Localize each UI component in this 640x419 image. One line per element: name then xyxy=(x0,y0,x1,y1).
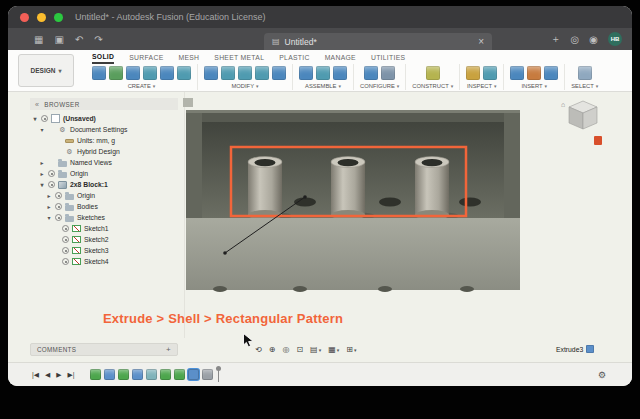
viewport-3d-model[interactable] xyxy=(178,98,528,298)
create-sketch-icon[interactable] xyxy=(109,66,123,80)
tree-caret-icon[interactable]: ▾ xyxy=(39,126,45,133)
tree-item[interactable]: ▸Bodies xyxy=(30,201,182,212)
revolve-icon[interactable] xyxy=(143,66,157,80)
fit-icon[interactable]: ⊡ xyxy=(296,345,303,354)
orbit-icon[interactable]: ⟲ xyxy=(255,345,262,354)
document-tab[interactable]: ▤ Untitled* × xyxy=(264,33,492,50)
go-to-end-icon[interactable]: ▶| xyxy=(67,371,74,379)
joint-icon[interactable] xyxy=(316,66,330,80)
offset-face-icon[interactable] xyxy=(272,66,286,80)
tree-item[interactable]: Sketch3 xyxy=(30,245,182,256)
visibility-eye-icon[interactable] xyxy=(62,247,69,254)
rigid-group-icon[interactable] xyxy=(333,66,347,80)
select-icon[interactable] xyxy=(578,66,592,80)
visibility-eye-icon[interactable] xyxy=(55,192,62,199)
timeline-feature-sketch-icon[interactable] xyxy=(90,369,101,380)
tree-caret-icon[interactable]: ▸ xyxy=(46,203,52,210)
tree-item[interactable]: Sketch4 xyxy=(30,256,182,267)
tree-caret-icon[interactable]: ▾ xyxy=(39,181,45,188)
extrude-icon[interactable] xyxy=(126,66,140,80)
visibility-eye-icon[interactable] xyxy=(55,214,62,221)
combine-icon[interactable] xyxy=(255,66,269,80)
insert-mesh-icon[interactable] xyxy=(544,66,558,80)
tree-caret-icon[interactable]: ▸ xyxy=(46,192,52,199)
chevron-down-icon[interactable]: ▾ xyxy=(451,83,454,89)
tree-item[interactable]: ▸Origin xyxy=(30,190,182,201)
tree-item[interactable]: Sketch1 xyxy=(30,223,182,234)
chevron-down-icon[interactable]: ▾ xyxy=(545,83,548,89)
tab-utilities[interactable]: UTILITIES xyxy=(371,51,405,64)
measure-icon[interactable] xyxy=(466,66,480,80)
timeline-marker[interactable] xyxy=(218,367,219,382)
job-status-icon[interactable]: ◎ xyxy=(571,34,580,45)
redo-icon[interactable]: ↷ xyxy=(94,34,102,45)
close-tab-icon[interactable]: × xyxy=(478,37,484,47)
visibility-eye-icon[interactable] xyxy=(41,115,48,122)
construction-plane-icon[interactable] xyxy=(426,66,440,80)
notifications-icon[interactable]: ◉ xyxy=(589,34,598,45)
pan-icon[interactable]: ⊕ xyxy=(269,345,276,354)
chevron-down-icon[interactable]: ▾ xyxy=(494,83,497,89)
new-tab-button[interactable]: ＋ xyxy=(551,32,561,46)
extrude-feature-icon[interactable] xyxy=(586,345,594,353)
tab-solid[interactable]: SOLID xyxy=(92,51,114,64)
zoom-window-button[interactable] xyxy=(54,13,63,22)
tab-surface[interactable]: SURFACE xyxy=(129,51,163,64)
press-pull-icon[interactable] xyxy=(204,66,218,80)
chevron-down-icon[interactable]: ▾ xyxy=(338,83,341,89)
collapse-browser-icon[interactable]: « xyxy=(35,101,39,108)
decal-icon[interactable] xyxy=(527,66,541,80)
tree-item[interactable]: Sketch2 xyxy=(30,234,182,245)
undo-icon[interactable]: ↶ xyxy=(75,34,83,45)
chevron-down-icon[interactable]: ▾ xyxy=(397,83,400,89)
fillet-icon[interactable] xyxy=(221,66,235,80)
block-lower-face[interactable] xyxy=(186,218,520,290)
tree-caret-icon[interactable]: ▸ xyxy=(39,170,45,177)
grid-and-snaps-icon[interactable]: ▦▾ xyxy=(328,345,339,354)
timeline-feature-pattern-icon[interactable] xyxy=(202,369,213,380)
view-cube[interactable]: ⌂ xyxy=(560,98,606,150)
tree-item[interactable]: ⚙Hybrid Design xyxy=(30,146,182,157)
visibility-eye-icon[interactable] xyxy=(62,236,69,243)
visibility-eye-icon[interactable] xyxy=(62,225,69,232)
play-icon[interactable]: ▶ xyxy=(56,371,61,379)
section-analysis-icon[interactable] xyxy=(483,66,497,80)
insert-derive-icon[interactable] xyxy=(510,66,524,80)
tree-item[interactable]: ▾⚙Document Settings xyxy=(30,124,182,135)
floor-hole[interactable] xyxy=(379,198,401,207)
tree-item[interactable]: ▾(Unsaved) xyxy=(30,113,182,124)
floor-hole[interactable] xyxy=(459,198,481,207)
step-back-icon[interactable]: ◀ xyxy=(45,371,50,379)
new-component-icon[interactable] xyxy=(92,66,106,80)
new-component-icon[interactable] xyxy=(299,66,313,80)
timeline-feature-sketch-icon[interactable] xyxy=(174,369,185,380)
visibility-eye-icon[interactable] xyxy=(48,181,55,188)
tree-item[interactable]: ▸Named Views xyxy=(30,157,182,168)
notification-badge[interactable] xyxy=(594,136,602,145)
timeline-feature-extrude-icon[interactable] xyxy=(188,369,199,380)
timeline-feature-sketch-icon[interactable] xyxy=(118,369,129,380)
comments-bar[interactable]: COMMENTS + xyxy=(30,343,178,356)
tree-item[interactable]: ▾2x8 Block:1 xyxy=(30,179,182,190)
tree-item[interactable]: Units: mm, g xyxy=(30,135,182,146)
minimize-window-button[interactable] xyxy=(37,13,46,22)
timeline-settings-gear-icon[interactable]: ⚙ xyxy=(598,370,606,380)
visibility-eye-icon[interactable] xyxy=(55,203,62,210)
workspace-selector[interactable]: DESIGN ▾ xyxy=(18,54,74,87)
tree-item[interactable]: ▸Origin xyxy=(30,168,182,179)
timeline-feature-extrude-icon[interactable] xyxy=(132,369,143,380)
zoom-icon[interactable]: ◎ xyxy=(282,345,289,354)
go-to-start-icon[interactable]: |◀ xyxy=(32,371,39,379)
add-comment-icon[interactable]: + xyxy=(166,345,171,354)
chevron-down-icon[interactable]: ▾ xyxy=(596,83,599,89)
sweep-icon[interactable] xyxy=(160,66,174,80)
main-canvas[interactable]: « BROWSER ▾(Unsaved)▾⚙Document SettingsU… xyxy=(8,92,632,362)
configuration-icon[interactable] xyxy=(364,66,378,80)
visibility-eye-icon[interactable] xyxy=(48,170,55,177)
app-menu-icon[interactable]: ▦ xyxy=(34,34,43,45)
save-icon[interactable]: ▣ xyxy=(54,34,63,45)
tab-sheet-metal[interactable]: SHEET METAL xyxy=(214,51,264,64)
close-window-button[interactable] xyxy=(20,13,29,22)
visibility-eye-icon[interactable] xyxy=(62,258,69,265)
tab-mesh[interactable]: MESH xyxy=(178,51,199,64)
